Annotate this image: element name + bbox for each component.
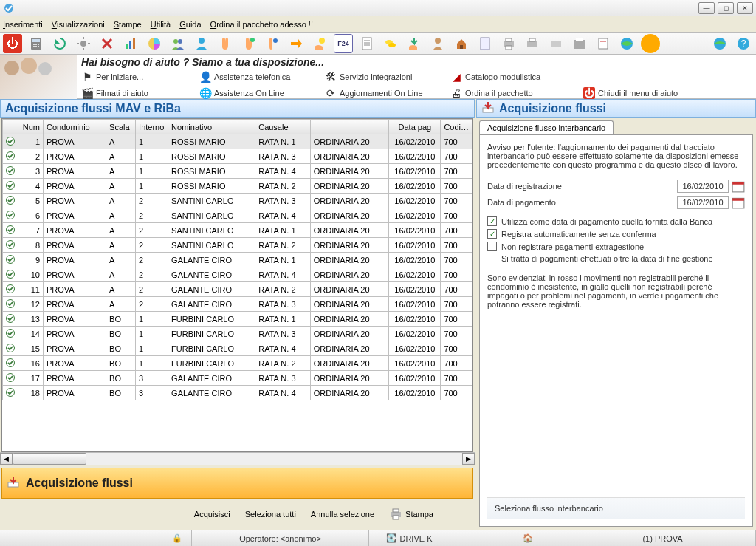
link-assistenza-tel[interactable]: 👤Assistenza telefonica [199, 71, 325, 83]
table-row[interactable]: 5PROVAA2SANTINI CARLORATA N. 3ORDINARIA … [3, 194, 472, 208]
link-per-iniziare[interactable]: ⚑Per iniziare... [81, 71, 199, 83]
row-check-icon[interactable] [3, 297, 18, 312]
table-row[interactable]: 18PROVABO3GALANTE CIRORATA N. 4ORDINARIA… [3, 386, 472, 400]
globe-icon[interactable] [617, 34, 636, 53]
gear-icon[interactable] [74, 34, 93, 53]
table-row[interactable]: 12PROVAA2GALANTE CIRORATA N. 3ORDINARIA … [3, 297, 472, 312]
cross-gear-icon[interactable] [97, 34, 117, 53]
action-seleziona-tutti[interactable]: Seleziona tutti [245, 510, 296, 519]
row-check-icon[interactable] [3, 134, 18, 149]
table-row[interactable]: 1PROVAA1ROSSI MARIORATA N. 1ORDINARIA 20… [3, 134, 472, 149]
row-check-icon[interactable] [3, 282, 18, 297]
col-data-pag[interactable]: Data pag [389, 120, 441, 134]
link-ordina-pacchetto[interactable]: 🖨Ordina il pacchetto [450, 87, 583, 99]
receive-icon[interactable] [405, 34, 424, 53]
maximize-button[interactable]: ◻ [718, 2, 734, 14]
table-row[interactable]: 15PROVABO1FURBINI CARLORATA N. 4ORDINARI… [3, 341, 472, 356]
table-row[interactable]: 10PROVAA2GALANTE CIRORATA N. 4ORDINARIA … [3, 267, 472, 282]
printer2-icon[interactable] [523, 34, 542, 53]
table-row[interactable]: 8PROVAA2SANTINI CARLORATA N. 2ORDINARIA … [3, 238, 472, 253]
table-row[interactable]: 4PROVAA1ROSSI MARIORATA N. 2ORDINARIA 20… [3, 179, 472, 194]
row-check-icon[interactable] [3, 149, 18, 164]
printer-icon[interactable] [499, 34, 518, 53]
col-interno[interactable]: Interno [136, 120, 168, 134]
row-check-icon[interactable] [3, 253, 18, 267]
row-check-icon[interactable] [3, 371, 18, 386]
hand-icon[interactable] [216, 34, 235, 53]
row-check-icon[interactable] [3, 386, 18, 400]
calendar-icon[interactable] [732, 196, 745, 209]
doc-icon[interactable] [357, 34, 377, 53]
chart-icon[interactable] [121, 34, 140, 53]
link-filmati[interactable]: 🎬Filmati di aiuto [81, 87, 199, 99]
menu-ordina[interactable]: Ordina il pacchetto adesso !! [210, 20, 313, 29]
menu-guida[interactable]: Guida [179, 20, 201, 29]
person-icon[interactable] [428, 34, 447, 53]
menu-stampe[interactable]: Stampe [114, 20, 142, 29]
coins-icon[interactable] [381, 34, 400, 53]
table-row[interactable]: 13PROVABO1FURBINI CARLORATA N. 1ORDINARI… [3, 312, 472, 327]
globe2-icon[interactable] [710, 34, 729, 53]
table-row[interactable]: 2PROVAA1ROSSI MARIORATA N. 3ORDINARIA 20… [3, 149, 472, 164]
user-icon[interactable] [192, 34, 211, 53]
col-condominio[interactable]: Condominio [44, 120, 106, 134]
calculator-icon[interactable] [27, 34, 46, 53]
action-stampa[interactable]: Stampa [389, 508, 433, 521]
sun-icon[interactable] [641, 34, 660, 53]
link-catalogo[interactable]: ◢Catalogo modulistica [450, 71, 583, 83]
row-check-icon[interactable] [3, 238, 18, 253]
table-row[interactable]: 16PROVABO1FURBINI CARLORATA N. 2ORDINARI… [3, 356, 472, 371]
action-annulla-selezione[interactable]: Annulla selezione [311, 510, 374, 519]
users-icon[interactable] [168, 34, 188, 53]
refresh-icon[interactable] [50, 34, 69, 53]
table-row[interactable]: 17PROVABO3GALANTE CIRORATA N. 3ORDINARIA… [3, 371, 472, 386]
calendar-icon[interactable] [732, 180, 745, 193]
col-codice[interactable]: Codi… [441, 120, 472, 134]
col-nominativo[interactable]: Nominativo [168, 120, 255, 134]
link-servizio-int[interactable]: 🛠Servizio integrazioni [325, 71, 450, 83]
help-icon[interactable]: ? [734, 34, 753, 53]
checkbox-non-registrare-extra[interactable] [487, 242, 497, 251]
action-acquisisci[interactable]: Acquisisci [194, 510, 230, 519]
f24-button[interactable]: F24 [334, 34, 353, 53]
table-row[interactable]: 7PROVAA2SANTINI CARLORATA N. 1ORDINARIA … [3, 223, 472, 238]
tab-flusso-interbancario[interactable]: Acquisizione flusso interbancario [479, 120, 614, 134]
notes-icon[interactable] [594, 34, 613, 53]
close-button[interactable]: ✕ [737, 2, 753, 14]
row-check-icon[interactable] [3, 179, 18, 194]
col-check[interactable] [3, 120, 18, 134]
table-row[interactable]: 6PROVAA2SANTINI CARLORATA N. 4ORDINARIA … [3, 208, 472, 223]
row-check-icon[interactable] [3, 194, 18, 208]
piechart-icon[interactable] [145, 34, 164, 53]
checkbox-utilizza-data-banca[interactable]: ✓ [487, 216, 497, 226]
row-check-icon[interactable] [3, 341, 18, 356]
table-row[interactable]: 11PROVAA2GALANTE CIRORATA N. 2ORDINARIA … [3, 282, 472, 297]
table-row[interactable]: 14PROVABO1FURBINI CARLORATA N. 3ORDINARI… [3, 327, 472, 341]
row-check-icon[interactable] [3, 267, 18, 282]
row-check-icon[interactable] [3, 208, 18, 223]
input-data-reg[interactable]: 16/02/2010 [677, 180, 729, 193]
hand2-icon[interactable] [239, 34, 258, 53]
col-causale[interactable]: Causale [255, 120, 311, 134]
fax-icon[interactable] [570, 34, 589, 53]
houses-icon[interactable] [452, 34, 471, 53]
row-check-icon[interactable] [3, 327, 18, 341]
doc2-icon[interactable] [475, 34, 495, 53]
transfer-icon[interactable] [286, 34, 306, 53]
hand-user-icon[interactable] [263, 34, 282, 53]
checkbox-registra-auto[interactable]: ✓ [487, 229, 497, 239]
link-chiudi-menu[interactable]: ⏻Chiudi il menu di aiuto [583, 87, 709, 99]
input-data-pag[interactable]: 16/02/2010 [677, 196, 729, 209]
link-assistenza-online[interactable]: 🌐Assistenza On Line [199, 87, 325, 99]
row-check-icon[interactable] [3, 223, 18, 238]
row-check-icon[interactable] [3, 312, 18, 327]
menu-visualizzazioni[interactable]: Visualizzazioni [52, 20, 105, 29]
menu-utilita[interactable]: Utilità [151, 20, 171, 29]
minimize-button[interactable]: — [698, 2, 715, 14]
horizontal-scrollbar[interactable]: ◀▶ [0, 452, 475, 465]
table-row[interactable]: 9PROVAA2GALANTE CIRORATA N. 1ORDINARIA 2… [3, 253, 472, 267]
hand-coin-icon[interactable] [310, 34, 329, 53]
menu-inserimenti[interactable]: Inserimenti [3, 20, 43, 29]
power-button[interactable]: ⏻ [3, 34, 22, 53]
row-check-icon[interactable] [3, 164, 18, 179]
